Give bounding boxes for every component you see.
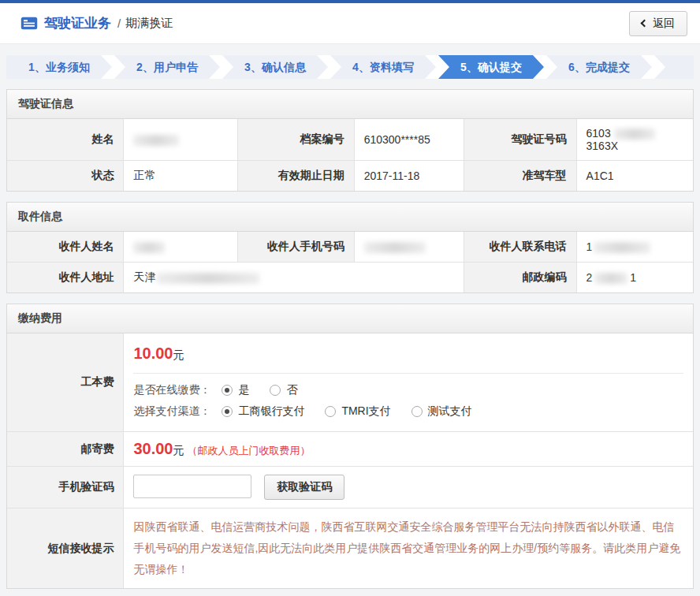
recipient-name-value (124, 232, 237, 263)
table-row: 手机验证码 获取验证码 (7, 467, 693, 508)
redacted-license-middle (614, 129, 655, 140)
vehicle-value: A1C1 (576, 161, 693, 192)
back-button-label: 返回 (653, 17, 675, 31)
name-value (124, 119, 237, 161)
fee-cell: 10.00元 是否在线缴费： 是 否 选择支付渠道： (124, 333, 693, 432)
breadcrumb-separator: / (117, 17, 121, 30)
phone-prefix: 1 (586, 240, 593, 253)
fee-divider (133, 373, 683, 374)
zip-prefix: 2 (586, 271, 593, 284)
redacted-name (133, 135, 179, 146)
pickup-info-table: 收件人姓名 收件人手机号码 收件人联系电话 1 收件人地址 天津 邮政编码 21 (7, 232, 693, 292)
license-no-label: 驾驶证号码 (464, 119, 576, 161)
fee-unit: 元 (173, 348, 184, 361)
sms-notice-cell: 因陕西省联通、电信运营商技术问题，陕西省互联网交通安全综合服务管理平台无法向持陕… (124, 508, 693, 589)
sms-code-input[interactable] (133, 475, 251, 498)
fee-amount-line: 10.00元 (133, 341, 683, 363)
fee-label: 工本费 (7, 333, 124, 432)
chevron-left-icon (641, 20, 649, 28)
online-pay-question: 是否在线缴费： (133, 383, 210, 397)
pay-channel-line: 选择支付渠道： 工商银行支付 TMRI支付 测试支付 (133, 404, 683, 419)
phone-value: 1 (576, 232, 693, 263)
step-2-user-declaration[interactable]: 2、用户申告 (114, 55, 220, 79)
phone-label: 收件人联系电话 (464, 232, 576, 263)
sms-code-label: 手机验证码 (7, 467, 124, 508)
post-fee-unit: 元 (173, 444, 184, 456)
license-no-suffix: 3163X (586, 140, 618, 152)
sms-notice-label: 短信接收提示 (7, 508, 124, 589)
pay-channel-question: 选择支付渠道： (133, 404, 210, 419)
redacted-recipient-name (133, 242, 165, 253)
online-pay-line: 是否在线缴费： 是 否 (133, 383, 683, 397)
redacted-mobile (364, 242, 426, 253)
post-fee-cell: 30.00元（邮政人员上门收取费用） (124, 432, 693, 467)
file-no-label: 档案编号 (237, 119, 354, 161)
channel-tmri-option[interactable]: TMRI支付 (325, 404, 390, 419)
step-3-confirm-info[interactable]: 3、确认信息 (222, 55, 328, 79)
step-6-complete-submit[interactable]: 6、完成提交 (546, 55, 652, 79)
get-code-button[interactable]: 获取验证码 (264, 475, 344, 500)
recipient-name-label: 收件人姓名 (7, 232, 124, 263)
status-label: 状态 (7, 161, 124, 192)
id-card-icon (20, 17, 38, 30)
online-no-label: 否 (286, 383, 297, 397)
vehicle-label: 准驾车型 (464, 161, 576, 192)
address-label: 收件人地址 (7, 263, 124, 293)
radio-tmri-icon[interactable] (325, 406, 336, 417)
back-button[interactable]: 返回 (629, 11, 687, 36)
step-navigation: 1、业务须知 2、用户申告 3、确认信息 4、资料填写 5、确认提交 6、完成提… (6, 55, 694, 79)
file-no-value: 610300****85 (354, 119, 464, 161)
pickup-section-title: 取件信息 (7, 203, 693, 232)
radio-test-icon[interactable] (411, 406, 423, 417)
redacted-address-rest (157, 273, 259, 284)
table-row: 姓名 档案编号 610300****85 驾驶证号码 6103 3163X (7, 119, 693, 161)
zip-value: 21 (576, 263, 693, 293)
radio-icbc-icon[interactable] (222, 406, 233, 417)
page-title: 驾驶证业务 (44, 14, 111, 32)
status-value: 正常 (124, 161, 237, 192)
post-fee-label: 邮寄费 (7, 432, 124, 467)
post-fee-amount: 30.00 (133, 440, 173, 457)
address-prefix: 天津 (133, 270, 155, 283)
channel-test-label: 测试支付 (428, 404, 472, 419)
license-section-title: 驾驶证信息 (7, 90, 693, 119)
sms-code-cell: 获取验证码 (124, 467, 693, 508)
online-yes-label: 是 (238, 383, 249, 397)
channel-tmri-label: TMRI支付 (341, 404, 390, 419)
table-row: 收件人姓名 收件人手机号码 收件人联系电话 1 (7, 232, 693, 263)
expiry-value: 2017-11-18 (354, 161, 464, 192)
channel-test-option[interactable]: 测试支付 (411, 404, 472, 419)
expiry-label: 有效期止日期 (237, 161, 354, 192)
table-row: 工本费 10.00元 是否在线缴费： 是 否 (7, 333, 693, 432)
table-row: 短信接收提示 因陕西省联通、电信运营商技术问题，陕西省互联网交通安全综合服务管理… (7, 508, 693, 589)
table-row: 邮寄费 30.00元（邮政人员上门收取费用） (7, 432, 693, 467)
address-value: 天津 (124, 263, 464, 293)
radio-no-icon[interactable] (270, 385, 281, 396)
breadcrumb-current: 期满换证 (125, 16, 173, 31)
online-no-option[interactable]: 否 (270, 383, 297, 397)
fee-amount: 10.00 (133, 345, 173, 362)
name-label: 姓名 (7, 119, 124, 161)
channel-icbc-option[interactable]: 工商银行支付 (222, 404, 304, 419)
redacted-zip-middle (594, 273, 627, 284)
online-yes-option[interactable]: 是 (222, 383, 249, 397)
license-info-section: 驾驶证信息 姓名 档案编号 610300****85 驾驶证号码 6103 31… (6, 89, 694, 192)
table-row: 收件人地址 天津 邮政编码 21 (7, 263, 693, 293)
step-1-business-notice[interactable]: 1、业务须知 (6, 55, 112, 79)
payment-section-title: 缴纳费用 (7, 304, 693, 333)
redacted-phone-rest (594, 242, 650, 253)
post-fee-note: （邮政人员上门收取费用） (187, 445, 310, 456)
license-info-table: 姓名 档案编号 610300****85 驾驶证号码 6103 3163X 状态… (7, 119, 693, 191)
page-header: 驾驶证业务 / 期满换证 返回 (0, 3, 700, 44)
payment-section: 缴纳费用 工本费 10.00元 是否在线缴费： 是 否 (6, 304, 694, 589)
step-5-confirm-submit[interactable]: 5、确认提交 (438, 55, 544, 79)
license-no-value: 6103 3163X (576, 119, 693, 161)
zip-label: 邮政编码 (464, 263, 576, 293)
radio-yes-icon[interactable] (222, 385, 233, 396)
mobile-label: 收件人手机号码 (237, 232, 354, 263)
step-4-fill-materials[interactable]: 4、资料填写 (330, 55, 436, 79)
sms-notice-text: 因陕西省联通、电信运营商技术问题，陕西省互联网交通安全综合服务管理平台无法向持陕… (133, 516, 683, 580)
zip-suffix: 1 (630, 271, 636, 284)
mobile-value (354, 232, 464, 263)
payment-table: 工本费 10.00元 是否在线缴费： 是 否 (7, 333, 693, 588)
